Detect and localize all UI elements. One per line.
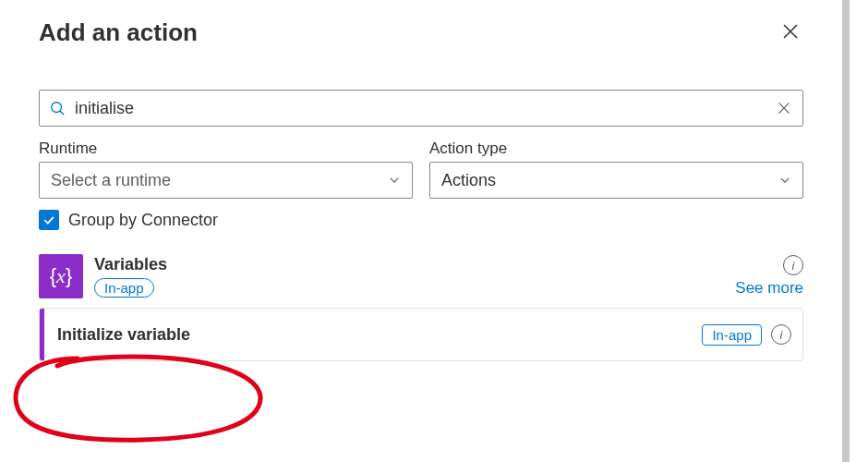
page-title: Add an action <box>39 18 198 47</box>
action-type-filter: Action type Actions <box>429 140 803 199</box>
action-initialize-variable[interactable]: Initialize variable In-app i <box>39 308 803 361</box>
search-input[interactable] <box>75 99 766 118</box>
group-by-row: Group by Connector <box>39 210 803 230</box>
runtime-label: Runtime <box>39 140 413 158</box>
close-icon <box>781 22 800 41</box>
panel: Add an action Runtime Select a runtime <box>0 0 850 462</box>
connector-text: Variables In-app <box>94 255 724 298</box>
close-button[interactable] <box>778 18 803 44</box>
runtime-placeholder: Select a runtime <box>51 171 171 190</box>
connector-info-button[interactable]: i <box>783 255 803 275</box>
annotation-circle-icon <box>4 347 271 447</box>
connector-right: i See more <box>735 255 803 298</box>
connector-row: {x} Variables In-app i See more <box>39 254 803 298</box>
check-icon <box>42 213 56 227</box>
connector-badge: In-app <box>94 278 154 298</box>
chevron-down-icon <box>388 174 401 187</box>
clear-search-button[interactable] <box>775 99 793 117</box>
search-icon <box>49 100 66 116</box>
action-name: Initialize variable <box>44 325 702 345</box>
close-icon <box>777 101 791 116</box>
runtime-filter: Runtime Select a runtime <box>39 140 413 199</box>
action-type-dropdown[interactable]: Actions <box>429 162 803 199</box>
action-type-value: Actions <box>441 171 496 190</box>
svg-point-0 <box>52 103 62 113</box>
search-input-wrap[interactable] <box>39 90 803 127</box>
runtime-dropdown[interactable]: Select a runtime <box>39 162 413 199</box>
header-row: Add an action <box>39 18 803 47</box>
group-by-label: Group by Connector <box>68 211 218 230</box>
see-more-link[interactable]: See more <box>735 279 803 298</box>
chevron-down-icon <box>778 174 791 187</box>
group-by-checkbox[interactable] <box>39 210 59 230</box>
connector-name: Variables <box>94 255 724 274</box>
action-right: In-app i <box>702 324 802 346</box>
action-badge: In-app <box>702 324 762 346</box>
action-type-label: Action type <box>429 140 803 158</box>
filters-row: Runtime Select a runtime Action type Act… <box>39 140 803 199</box>
variables-icon: {x} <box>39 254 83 298</box>
action-info-button[interactable]: i <box>771 324 791 345</box>
